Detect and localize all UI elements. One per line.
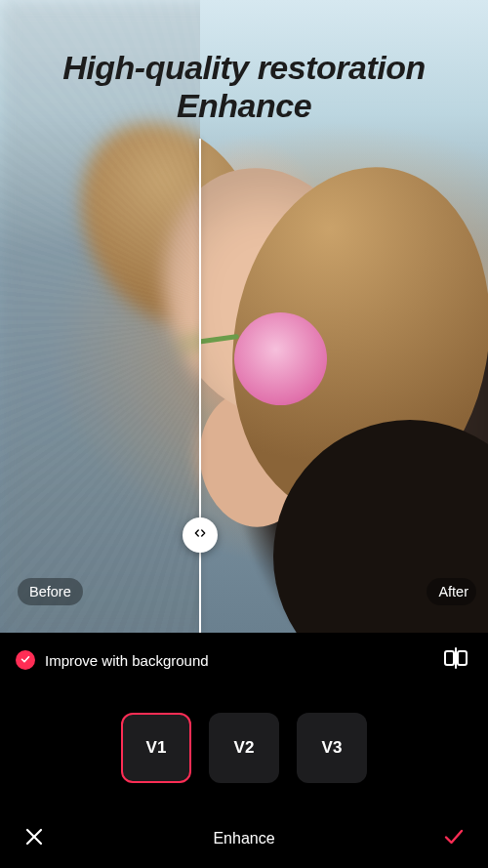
- option-label: Improve with background: [45, 652, 439, 669]
- image-compare-preview: High-quality restoration Enhance Before …: [0, 0, 488, 633]
- compare-handle-icon: [193, 526, 207, 544]
- controls-panel: Improve with background V1 V2 V3: [0, 633, 488, 868]
- compare-slider-handle[interactable]: [183, 517, 218, 553]
- version-button-v1[interactable]: V1: [121, 713, 191, 783]
- svg-rect-1: [458, 651, 467, 665]
- version-button-v3[interactable]: V3: [297, 713, 367, 783]
- option-row: Improve with background: [0, 633, 488, 680]
- version-label: V3: [322, 738, 343, 758]
- confirm-button[interactable]: [437, 822, 470, 855]
- checkmark-icon: [20, 651, 31, 669]
- before-label: Before: [18, 578, 83, 605]
- compare-toggle-button[interactable]: [439, 646, 472, 674]
- option-checkbox[interactable]: [16, 650, 35, 670]
- after-label: After: [427, 578, 476, 605]
- split-compare-icon: [443, 647, 468, 673]
- footer-bar: Enhance: [0, 809, 488, 868]
- checkmark-icon: [442, 825, 466, 852]
- version-selector: V1 V2 V3: [0, 713, 488, 783]
- close-icon: [22, 825, 46, 852]
- version-label: V1: [146, 738, 167, 758]
- version-button-v2[interactable]: V2: [209, 713, 279, 783]
- svg-rect-0: [445, 651, 454, 665]
- footer-title: Enhance: [0, 830, 488, 847]
- cancel-button[interactable]: [18, 822, 51, 855]
- version-label: V2: [234, 738, 255, 758]
